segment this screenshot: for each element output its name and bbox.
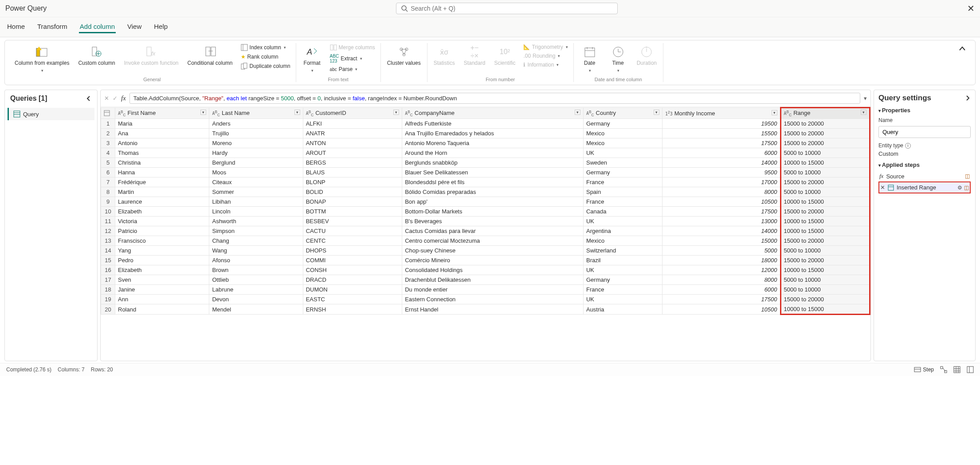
cell[interactable]: Franscisco: [115, 236, 209, 246]
gear-icon[interactable]: ⚙: [957, 185, 962, 191]
format-button[interactable]: A Format: [300, 43, 325, 75]
index-column-button[interactable]: Index column: [239, 43, 292, 52]
cell[interactable]: 15000 to 20000: [780, 236, 870, 246]
cell[interactable]: France: [583, 197, 662, 207]
cell[interactable]: 15000 to 20000: [780, 138, 870, 148]
cell[interactable]: Sweden: [583, 158, 662, 168]
step-button[interactable]: Step: [914, 366, 934, 373]
tab-view[interactable]: View: [126, 21, 142, 33]
filter-dropdown-icon[interactable]: ▾: [575, 110, 580, 115]
cell[interactable]: 10000 to 15000: [780, 226, 870, 236]
cell[interactable]: UK: [583, 265, 662, 275]
formula-input[interactable]: Table.AddColumn(Source, "Range", each le…: [129, 93, 860, 104]
cell[interactable]: Moos: [209, 168, 303, 177]
filter-dropdown-icon[interactable]: ▾: [393, 110, 399, 115]
cell[interactable]: Ernst Handel: [402, 304, 584, 315]
cell[interactable]: 10000 to 15000: [780, 304, 870, 315]
time-button[interactable]: Time: [606, 43, 631, 75]
cell[interactable]: ALFKI: [303, 119, 402, 129]
commit-formula-button[interactable]: ✓: [113, 95, 118, 102]
cell[interactable]: BONAP: [303, 197, 402, 207]
row-number[interactable]: 15: [101, 256, 115, 265]
column-header-first-name[interactable]: ABCFirst Name▾: [115, 108, 209, 119]
cell[interactable]: 14000: [662, 226, 780, 236]
cell[interactable]: Antonio: [115, 138, 209, 148]
column-header-customerid[interactable]: ABCCustomerID▾: [303, 108, 402, 119]
cell[interactable]: Mexico: [583, 236, 662, 246]
row-number[interactable]: 20: [101, 304, 115, 315]
cell[interactable]: 5000 to 10000: [780, 246, 870, 256]
cell[interactable]: 15000: [662, 236, 780, 246]
cell[interactable]: Ottlieb: [209, 275, 303, 285]
cell[interactable]: Devon: [209, 295, 303, 304]
cell[interactable]: Victoria: [115, 217, 209, 226]
cell[interactable]: Spain: [583, 187, 662, 197]
row-number[interactable]: 17: [101, 275, 115, 285]
cell[interactable]: Roland: [115, 304, 209, 315]
cell[interactable]: Maria: [115, 119, 209, 129]
duplicate-column-button[interactable]: Duplicate column: [239, 62, 292, 71]
cell[interactable]: Janine: [115, 285, 209, 295]
table-row[interactable]: 7FrédériqueCiteauxBLONPBlondesddsl pére …: [101, 177, 870, 187]
cell[interactable]: Frédérique: [115, 177, 209, 187]
cell[interactable]: DHOPS: [303, 246, 402, 256]
cell[interactable]: Ana: [115, 129, 209, 138]
close-button[interactable]: ✕: [967, 3, 975, 14]
cell[interactable]: Alfreds Futterkiste: [402, 119, 584, 129]
cell[interactable]: 5000 to 10000: [780, 168, 870, 177]
table-row[interactable]: 11VictoriaAshworthBESBEVB's BeveragesUK1…: [101, 217, 870, 226]
cell[interactable]: Germany: [583, 168, 662, 177]
type-icon[interactable]: 123: [665, 111, 673, 116]
extract-button[interactable]: ABC123 Extract: [328, 53, 377, 64]
parse-button[interactable]: abc Parse: [328, 65, 377, 73]
query-item[interactable]: Query: [8, 108, 94, 120]
cell[interactable]: 15000 to 20000: [780, 207, 870, 217]
filter-dropdown-icon[interactable]: ▾: [294, 110, 300, 115]
cell[interactable]: 10000 to 15000: [780, 158, 870, 168]
cell[interactable]: B's Beverages: [402, 217, 584, 226]
type-icon[interactable]: ABC: [405, 111, 413, 116]
cell[interactable]: Sommer: [209, 187, 303, 197]
table-row[interactable]: 2AnaTrujilloANATRAna Trujillo Emaredados…: [101, 129, 870, 138]
row-number[interactable]: 14: [101, 246, 115, 256]
cell[interactable]: ANATR: [303, 129, 402, 138]
cell[interactable]: Citeaux: [209, 177, 303, 187]
collapse-settings-button[interactable]: [964, 95, 971, 101]
cell[interactable]: Around the Horn: [402, 148, 584, 158]
column-header-companyname[interactable]: ABCCompanyName▾: [402, 108, 584, 119]
collapse-queries-button[interactable]: [86, 95, 92, 102]
cell[interactable]: Blondesddsl pére et fils: [402, 177, 584, 187]
cell[interactable]: 9500: [662, 168, 780, 177]
cell[interactable]: Simpson: [209, 226, 303, 236]
cell[interactable]: Germany: [583, 119, 662, 129]
table-row[interactable]: 16ElizabethBrownCONSHConsolidated Holdin…: [101, 265, 870, 275]
cell[interactable]: Lincoln: [209, 207, 303, 217]
table-row[interactable]: 1MariaAndersALFKIAlfreds FutterkisteGerm…: [101, 119, 870, 129]
cell[interactable]: Drachenblut Delikatessen: [402, 275, 584, 285]
cell[interactable]: 15000 to 20000: [780, 129, 870, 138]
cell[interactable]: 5000 to 10000: [780, 148, 870, 158]
grid-view-button[interactable]: [953, 366, 960, 373]
cell[interactable]: Bólido Comidas preparadas: [402, 187, 584, 197]
table-row[interactable]: 15PedroAfonsoCOMMIComércio MineiroBrazil…: [101, 256, 870, 265]
row-number[interactable]: 4: [101, 148, 115, 158]
cell[interactable]: Labrune: [209, 285, 303, 295]
expand-formula-button[interactable]: ▾: [864, 95, 867, 102]
cluster-values-button[interactable]: Cluster values: [384, 43, 423, 68]
row-number[interactable]: 9: [101, 197, 115, 207]
cell[interactable]: Hanna: [115, 168, 209, 177]
cell[interactable]: 19500: [662, 119, 780, 129]
cell[interactable]: Switzerland: [583, 246, 662, 256]
cancel-formula-button[interactable]: ✕: [104, 95, 109, 102]
column-header-monthly-income[interactable]: 123Monthly Income▾: [662, 108, 780, 119]
cell[interactable]: Consolidated Holdings: [402, 265, 584, 275]
column-header-country[interactable]: ABCCountry▾: [583, 108, 662, 119]
filter-dropdown-icon[interactable]: ▾: [654, 110, 659, 115]
cell[interactable]: Afonso: [209, 256, 303, 265]
cell[interactable]: Martin: [115, 187, 209, 197]
row-number[interactable]: 2: [101, 129, 115, 138]
row-number[interactable]: 16: [101, 265, 115, 275]
cell[interactable]: 8000: [662, 187, 780, 197]
cell[interactable]: Berglund: [209, 158, 303, 168]
cell[interactable]: EASTC: [303, 295, 402, 304]
